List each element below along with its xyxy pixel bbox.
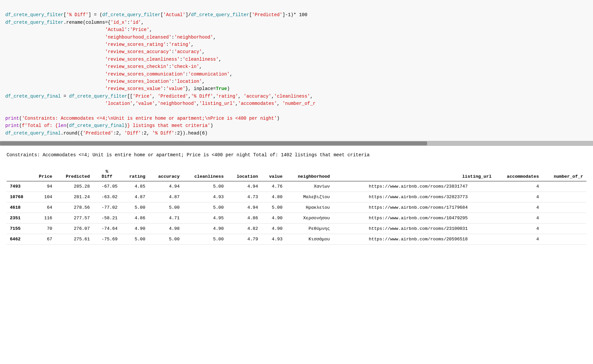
table-cell: 7493	[7, 181, 31, 192]
table-cell: 5.00	[121, 234, 148, 245]
col-number-of: number_of_r	[542, 167, 586, 181]
table-cell: 4.94	[149, 181, 183, 192]
table-cell: Ηρακλείου	[286, 202, 333, 213]
table-cell: 281.24	[55, 192, 93, 202]
table-cell: 4.86	[121, 213, 148, 224]
table-row: 461864278.56-77.025.005.005.004.945.00Ηρ…	[7, 202, 586, 213]
col-neighborhood: neighborhood	[286, 167, 333, 181]
col-listing-url: listing_url	[365, 167, 495, 181]
table-cell: 4.71	[149, 213, 183, 224]
table-cell: 276.07	[55, 224, 93, 234]
table-cell: -58.21	[93, 213, 121, 224]
code-block: df_crete_query_filter['% Diff'] = (df_cr…	[0, 0, 593, 141]
table-cell: Χανίων	[286, 181, 333, 192]
constraint-line4: Total of: 1402 listings that meet criter…	[253, 152, 370, 158]
table-cell: https://www.airbnb.com/rooms/23100031	[365, 224, 495, 234]
col-spacer	[333, 167, 365, 181]
table-cell: -77.02	[93, 202, 121, 213]
table-row: 715570276.07-74.644.904.984.904.824.90Ρε…	[7, 224, 586, 234]
output-section: Constraints: Accommodates <=4; Unit is e…	[0, 146, 593, 250]
table-cell: https://www.airbnb.com/rooms/17179684	[365, 202, 495, 213]
table-cell: 285.28	[55, 181, 93, 192]
table-cell: 70	[31, 224, 55, 234]
table-cell: 275.61	[55, 234, 93, 245]
table-cell: 4.94	[227, 202, 261, 213]
table-row: 646267275.61-75.695.005.005.004.794.93Κι…	[7, 234, 586, 245]
constraint-line1: Constraints: Accommodates <=4;	[7, 152, 90, 158]
table-cell: 4	[495, 224, 542, 234]
table-cell: 4.93	[261, 234, 286, 245]
table-cell	[542, 181, 586, 192]
table-cell: -63.02	[93, 192, 121, 202]
table-cell: 4.94	[227, 181, 261, 192]
table-cell	[333, 181, 365, 192]
table-cell: 2351	[7, 213, 31, 224]
col-accommodates: accommodates	[495, 167, 542, 181]
table-cell: -67.05	[93, 181, 121, 192]
table-cell: 4	[495, 213, 542, 224]
col-cleanliness: cleanliness	[183, 167, 227, 181]
table-cell: -75.69	[93, 234, 121, 245]
table-cell: Χερσονήσου	[286, 213, 333, 224]
table-cell: 4.79	[227, 234, 261, 245]
table-cell: 94	[31, 181, 55, 192]
table-cell: 6462	[7, 234, 31, 245]
table-cell: 5.00	[149, 202, 183, 213]
table-cell	[333, 234, 365, 245]
col-accuracy: accuracy	[149, 167, 183, 181]
table-cell	[542, 192, 586, 202]
code-var1: df_crete_query_filter	[5, 12, 63, 17]
horizontal-scrollbar[interactable]	[0, 141, 593, 146]
table-cell	[333, 224, 365, 234]
table-cell	[542, 234, 586, 245]
constraint-line3: Price is <400 per night	[187, 152, 250, 158]
table-cell	[333, 192, 365, 202]
table-row: 2351116277.57-58.214.864.714.954.864.90Χ…	[7, 213, 586, 224]
table-cell: 64	[31, 202, 55, 213]
table-cell: 4.87	[149, 192, 183, 202]
table-cell: 4	[495, 192, 542, 202]
col-price: Price	[31, 167, 55, 181]
scrollbar-thumb[interactable]	[0, 141, 427, 145]
table-cell: 277.57	[55, 213, 93, 224]
table-cell	[542, 224, 586, 234]
table-cell: 4.87	[121, 192, 148, 202]
table-cell: 67	[31, 234, 55, 245]
table-cell: https://www.airbnb.com/rooms/32823773	[365, 192, 495, 202]
table-cell: 4.90	[261, 224, 286, 234]
table-cell: 5.00	[149, 234, 183, 245]
table-cell: 4	[495, 181, 542, 192]
table-cell: https://www.airbnb.com/rooms/23831747	[365, 181, 495, 192]
table-cell: 4.82	[227, 224, 261, 234]
table-cell: Μαλεβιζίου	[286, 192, 333, 202]
col-pct-diff: %Diff	[93, 167, 121, 181]
col-index	[7, 167, 31, 181]
table-cell: 104	[31, 192, 55, 202]
table-cell: 10768	[7, 192, 31, 202]
table-cell	[542, 213, 586, 224]
table-cell: 4	[495, 234, 542, 245]
table-cell: 4.73	[227, 192, 261, 202]
table-cell: 116	[31, 213, 55, 224]
table-cell: 7155	[7, 224, 31, 234]
table-cell: https://www.airbnb.com/rooms/10479295	[365, 213, 495, 224]
results-table: Price Predicted %Diff rating accuracy cl…	[7, 167, 586, 245]
col-rating: rating	[121, 167, 148, 181]
table-cell: 4.98	[149, 224, 183, 234]
table-cell: 4618	[7, 202, 31, 213]
table-cell: 4.90	[261, 213, 286, 224]
table-cell: 4.95	[183, 213, 227, 224]
constraint-line2: Unit is entire home or apartment;	[92, 152, 184, 158]
table-cell: 5.00	[183, 202, 227, 213]
table-cell: -74.64	[93, 224, 121, 234]
table-cell	[333, 202, 365, 213]
table-cell: 4.86	[227, 213, 261, 224]
table-cell: Ρεθύμνης	[286, 224, 333, 234]
table-cell	[333, 213, 365, 224]
constraints-output: Constraints: Accommodates <=4; Unit is e…	[7, 151, 586, 159]
table-cell: 5.00	[121, 202, 148, 213]
col-location: location	[227, 167, 261, 181]
table-cell: 4.90	[183, 224, 227, 234]
table-row: 749394285.28-67.054.854.945.004.944.76Χα…	[7, 181, 586, 192]
table-cell: 4.80	[261, 192, 286, 202]
